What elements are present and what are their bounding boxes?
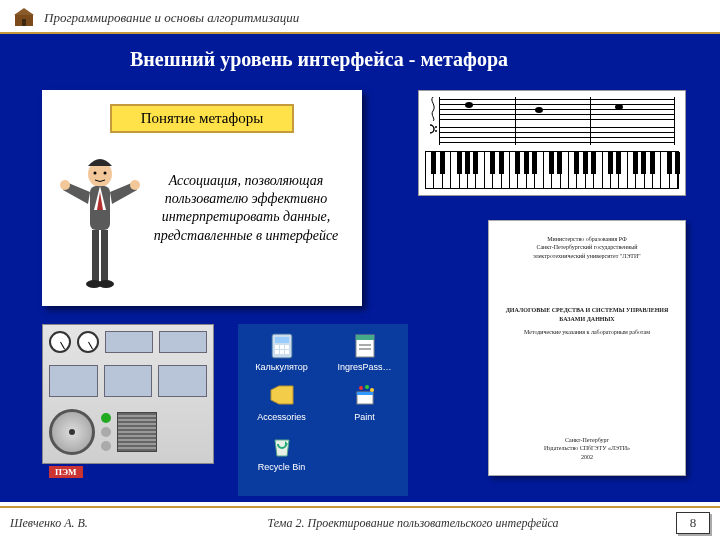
speaker-grille-icon	[117, 412, 157, 452]
desktop-icon[interactable]: Калькулятор	[242, 332, 321, 372]
piano-keyboard	[425, 151, 679, 189]
treble-clef-icon	[427, 97, 439, 121]
concept-definition: Ассоциация, позволяющая пользователю эфф…	[146, 172, 346, 245]
svg-point-19	[615, 104, 623, 110]
led-icon	[101, 413, 111, 423]
svg-rect-2	[22, 19, 26, 26]
doc-subtitle: Методические указания к лабораторным раб…	[505, 329, 669, 337]
desktop-icon[interactable]: Accessories	[242, 382, 321, 422]
document-metaphor: Министерство образования РФ Санкт-Петерб…	[488, 220, 686, 476]
music-metaphor	[418, 90, 686, 196]
icon-label: IngresPass…	[337, 362, 391, 372]
svg-rect-25	[275, 350, 279, 354]
desktop-icon[interactable]: Paint	[325, 382, 404, 422]
note-icon	[615, 103, 623, 111]
svg-point-16	[435, 130, 437, 132]
panel-slot	[159, 331, 207, 353]
recycle-bin-icon	[268, 432, 296, 460]
music-staff	[425, 97, 679, 145]
page-number: 8	[676, 512, 710, 534]
paint-icon	[351, 382, 379, 410]
svg-rect-24	[285, 345, 289, 349]
svg-marker-1	[14, 8, 34, 15]
led-icon	[101, 441, 111, 451]
svg-rect-27	[285, 350, 289, 354]
shrugging-person-icon	[60, 152, 140, 292]
gauge-icon	[77, 331, 99, 353]
svg-rect-29	[356, 335, 374, 340]
svg-rect-30	[359, 344, 371, 346]
slide-body: Внешний уровень интерфейса - метафора По…	[0, 34, 720, 502]
course-name: Программирование и основы алгоритмизации	[44, 10, 299, 26]
svg-point-34	[359, 386, 363, 390]
calculator-icon	[268, 332, 296, 360]
accessories-icon	[268, 382, 296, 410]
slide-footer: Шевченко А. В. Тема 2. Проектирование по…	[0, 506, 720, 540]
panel-brand: ПЭМ	[49, 466, 83, 478]
svg-rect-26	[280, 350, 284, 354]
doc-title: ДИАЛОГОВЫЕ СРЕДСТВА И СИСТЕМЫ УПРАВЛЕНИЯ…	[505, 306, 669, 323]
svg-point-35	[365, 385, 369, 389]
footer-topic: Тема 2. Проектирование пользовательского…	[150, 516, 676, 531]
bass-clef-icon	[427, 123, 439, 143]
doc-pub-city: Санкт-Петербург	[505, 436, 669, 444]
desktop-icon[interactable]: Recycle Bin	[242, 432, 321, 472]
concept-panel: Понятие метафоры Ассоциация, позволяющая…	[42, 90, 362, 306]
svg-rect-23	[280, 345, 284, 349]
emblem-icon	[12, 6, 36, 30]
panel-slot	[105, 331, 153, 353]
doc-line: электротехнический университет "ЛЭТИ"	[505, 252, 669, 260]
svg-rect-21	[275, 337, 289, 343]
svg-point-18	[535, 107, 543, 113]
icon-label: Калькулятор	[255, 362, 308, 372]
doc-pub-house: Издательство СПбГЭТУ «ЛЭТИ»	[505, 444, 669, 452]
dial-icon	[49, 409, 95, 455]
note-icon	[465, 101, 473, 109]
desktop-icon[interactable]: IngresPass…	[325, 332, 404, 372]
ingres-icon	[351, 332, 379, 360]
svg-point-4	[94, 172, 97, 175]
gauge-icon	[49, 331, 71, 353]
footer-author: Шевченко А. В.	[10, 516, 150, 531]
svg-point-14	[98, 280, 114, 288]
svg-point-36	[370, 388, 374, 392]
svg-rect-11	[92, 230, 99, 282]
desktop-metaphor: Калькулятор IngresPass… Accessories Pain…	[238, 324, 408, 496]
doc-line: Министерство образования РФ	[505, 235, 669, 243]
hardware-panel-metaphor: ПЭМ	[42, 324, 214, 464]
concept-label: Понятие метафоры	[110, 104, 294, 133]
panel-slot	[104, 365, 153, 397]
led-icon	[101, 427, 111, 437]
icon-label: Paint	[354, 412, 375, 422]
icon-label: Accessories	[257, 412, 306, 422]
note-icon	[535, 106, 543, 114]
svg-rect-22	[275, 345, 279, 349]
svg-point-9	[60, 180, 70, 190]
panel-slot	[158, 365, 207, 397]
course-header: Программирование и основы алгоритмизации	[0, 0, 720, 32]
slide-title: Внешний уровень интерфейса - метафора	[0, 34, 720, 81]
svg-point-10	[130, 180, 140, 190]
icon-label: Recycle Bin	[258, 462, 306, 472]
footer-rule	[0, 506, 720, 508]
svg-rect-12	[101, 230, 108, 282]
doc-line: Санкт-Петербургский государственный	[505, 243, 669, 251]
svg-point-5	[104, 172, 107, 175]
doc-pub-year: 2002	[505, 453, 669, 461]
svg-point-15	[435, 126, 437, 128]
svg-rect-31	[359, 348, 371, 350]
svg-rect-33	[357, 392, 373, 395]
svg-point-17	[465, 102, 473, 108]
panel-slot	[49, 365, 98, 397]
